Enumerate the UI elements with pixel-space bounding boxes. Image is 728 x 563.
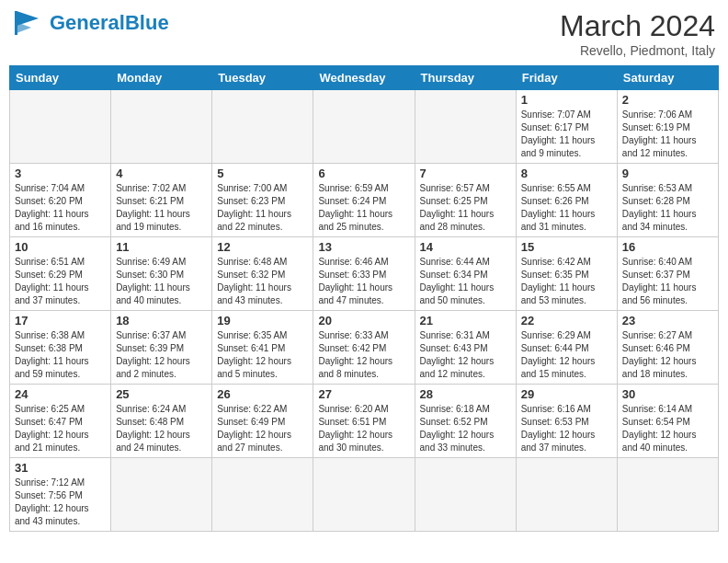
day-cell-20: 20Sunrise: 6:33 AM Sunset: 6:42 PM Dayli… [313,311,415,385]
day-cell-19: 19Sunrise: 6:35 AM Sunset: 6:41 PM Dayli… [212,311,313,385]
day-cell-27: 27Sunrise: 6:20 AM Sunset: 6:51 PM Dayli… [313,385,415,458]
day-info: Sunrise: 7:12 AM Sunset: 7:56 PM Dayligh… [15,477,106,528]
weekday-friday: Friday [516,66,617,90]
day-info: Sunrise: 6:22 AM Sunset: 6:49 PM Dayligh… [217,403,308,454]
day-info: Sunrise: 6:49 AM Sunset: 6:30 PM Dayligh… [116,256,207,307]
day-number: 2 [622,93,713,107]
title-area: March 2024 Revello, Piedmont, Italy [560,9,715,58]
day-info: Sunrise: 6:42 AM Sunset: 6:35 PM Dayligh… [521,256,612,307]
day-info: Sunrise: 6:33 AM Sunset: 6:42 PM Dayligh… [318,329,409,381]
day-info: Sunrise: 6:29 AM Sunset: 6:44 PM Dayligh… [521,329,612,381]
day-number: 21 [420,314,511,327]
day-number: 7 [420,167,511,180]
day-cell-12: 12Sunrise: 6:48 AM Sunset: 6:32 PM Dayli… [212,237,313,311]
day-cell-7: 7Sunrise: 6:57 AM Sunset: 6:25 PM Daylig… [415,164,516,237]
day-cell-14: 14Sunrise: 6:44 AM Sunset: 6:34 PM Dayli… [415,237,516,311]
day-number: 5 [217,167,308,180]
day-cell-1: 1Sunrise: 7:07 AM Sunset: 6:17 PM Daylig… [516,90,617,164]
calendar-table: SundayMondayTuesdayWednesdayThursdayFrid… [9,65,719,532]
weekday-monday: Monday [111,66,212,90]
day-info: Sunrise: 7:04 AM Sunset: 6:20 PM Dayligh… [15,182,106,234]
week-row-2: 3Sunrise: 7:04 AM Sunset: 6:20 PM Daylig… [10,164,719,237]
day-info: Sunrise: 6:16 AM Sunset: 6:53 PM Dayligh… [521,403,612,454]
day-number: 28 [420,387,511,401]
day-cell-3: 3Sunrise: 7:04 AM Sunset: 6:20 PM Daylig… [10,164,111,237]
day-number: 14 [420,240,511,254]
day-info: Sunrise: 6:57 AM Sunset: 6:25 PM Dayligh… [420,182,511,234]
location-subtitle: Revello, Piedmont, Italy [560,43,715,58]
day-info: Sunrise: 6:44 AM Sunset: 6:34 PM Dayligh… [420,256,511,307]
day-info: Sunrise: 7:07 AM Sunset: 6:17 PM Dayligh… [521,109,612,160]
weekday-tuesday: Tuesday [212,66,313,90]
day-info: Sunrise: 6:37 AM Sunset: 6:39 PM Dayligh… [116,329,207,381]
day-number: 12 [217,240,308,254]
day-cell-2: 2Sunrise: 7:06 AM Sunset: 6:19 PM Daylig… [617,90,718,164]
day-number: 15 [521,240,612,254]
day-info: Sunrise: 6:25 AM Sunset: 6:47 PM Dayligh… [15,403,106,454]
empty-cell [10,90,111,164]
day-cell-24: 24Sunrise: 6:25 AM Sunset: 6:47 PM Dayli… [10,385,111,458]
day-info: Sunrise: 7:06 AM Sunset: 6:19 PM Dayligh… [622,109,713,160]
day-info: Sunrise: 6:53 AM Sunset: 6:28 PM Dayligh… [622,182,713,234]
empty-cell [516,458,617,532]
day-number: 16 [622,240,713,254]
empty-cell [111,90,212,164]
empty-cell [212,458,313,532]
day-number: 23 [622,314,713,327]
day-info: Sunrise: 6:20 AM Sunset: 6:51 PM Dayligh… [318,403,409,454]
weekday-saturday: Saturday [617,66,718,90]
day-info: Sunrise: 7:02 AM Sunset: 6:21 PM Dayligh… [116,182,207,234]
empty-cell [415,458,516,532]
day-cell-9: 9Sunrise: 6:53 AM Sunset: 6:28 PM Daylig… [617,164,718,237]
day-info: Sunrise: 6:40 AM Sunset: 6:37 PM Dayligh… [622,256,713,307]
logo-icon [13,9,46,37]
day-info: Sunrise: 6:18 AM Sunset: 6:52 PM Dayligh… [420,403,511,454]
day-number: 19 [217,314,308,327]
empty-cell [313,90,415,164]
day-number: 3 [15,167,106,180]
day-cell-28: 28Sunrise: 6:18 AM Sunset: 6:52 PM Dayli… [415,385,516,458]
day-cell-4: 4Sunrise: 7:02 AM Sunset: 6:21 PM Daylig… [111,164,212,237]
day-number: 24 [15,387,106,401]
day-cell-13: 13Sunrise: 6:46 AM Sunset: 6:33 PM Dayli… [313,237,415,311]
day-cell-5: 5Sunrise: 7:00 AM Sunset: 6:23 PM Daylig… [212,164,313,237]
day-number: 9 [622,167,713,180]
day-number: 26 [217,387,308,401]
day-cell-22: 22Sunrise: 6:29 AM Sunset: 6:44 PM Dayli… [516,311,617,385]
day-number: 29 [521,387,612,401]
day-number: 6 [318,167,409,180]
day-cell-21: 21Sunrise: 6:31 AM Sunset: 6:43 PM Dayli… [415,311,516,385]
day-cell-31: 31Sunrise: 7:12 AM Sunset: 7:56 PM Dayli… [10,458,111,532]
day-info: Sunrise: 6:59 AM Sunset: 6:24 PM Dayligh… [318,182,409,234]
day-info: Sunrise: 6:55 AM Sunset: 6:26 PM Dayligh… [521,182,612,234]
day-info: Sunrise: 6:48 AM Sunset: 6:32 PM Dayligh… [217,256,308,307]
day-info: Sunrise: 6:31 AM Sunset: 6:43 PM Dayligh… [420,329,511,381]
weekday-header-row: SundayMondayTuesdayWednesdayThursdayFrid… [10,66,719,90]
day-cell-17: 17Sunrise: 6:38 AM Sunset: 6:38 PM Dayli… [10,311,111,385]
weekday-thursday: Thursday [415,66,516,90]
day-info: Sunrise: 6:27 AM Sunset: 6:46 PM Dayligh… [622,329,713,381]
day-cell-29: 29Sunrise: 6:16 AM Sunset: 6:53 PM Dayli… [516,385,617,458]
day-number: 8 [521,167,612,180]
day-cell-30: 30Sunrise: 6:14 AM Sunset: 6:54 PM Dayli… [617,385,718,458]
day-info: Sunrise: 6:35 AM Sunset: 6:41 PM Dayligh… [217,329,308,381]
day-cell-8: 8Sunrise: 6:55 AM Sunset: 6:26 PM Daylig… [516,164,617,237]
day-info: Sunrise: 6:46 AM Sunset: 6:33 PM Dayligh… [318,256,409,307]
empty-cell [111,458,212,532]
empty-cell [415,90,516,164]
empty-cell [313,458,415,532]
day-number: 10 [15,240,106,254]
empty-cell [212,90,313,164]
week-row-5: 24Sunrise: 6:25 AM Sunset: 6:47 PM Dayli… [10,385,719,458]
day-cell-26: 26Sunrise: 6:22 AM Sunset: 6:49 PM Dayli… [212,385,313,458]
day-info: Sunrise: 6:14 AM Sunset: 6:54 PM Dayligh… [622,403,713,454]
day-info: Sunrise: 7:00 AM Sunset: 6:23 PM Dayligh… [217,182,308,234]
day-number: 25 [116,387,207,401]
day-number: 13 [318,240,409,254]
day-cell-15: 15Sunrise: 6:42 AM Sunset: 6:35 PM Dayli… [516,237,617,311]
logo: GeneralBlue [13,9,169,37]
weekday-wednesday: Wednesday [313,66,415,90]
week-row-1: 1Sunrise: 7:07 AM Sunset: 6:17 PM Daylig… [10,90,719,164]
day-cell-6: 6Sunrise: 6:59 AM Sunset: 6:24 PM Daylig… [313,164,415,237]
day-number: 1 [521,93,612,107]
